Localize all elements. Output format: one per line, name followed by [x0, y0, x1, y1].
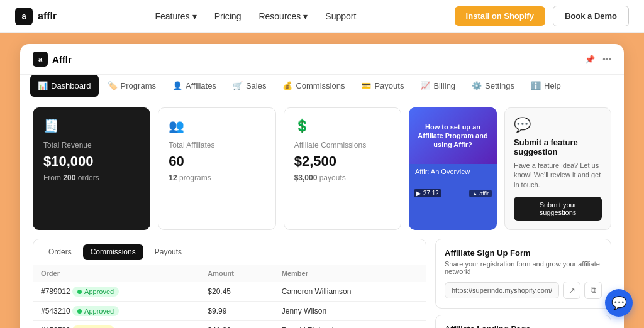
app-header-actions: 📌 ••• [585, 55, 611, 64]
affiliate-form-card: Affiliate Sign Up Form Share your regist… [435, 239, 611, 309]
affiliates-stat-icon: 👥 [169, 118, 265, 133]
app-logo: a Afflr [33, 52, 72, 67]
cell-member: Cameron Williamson [274, 282, 426, 302]
commissions-label: Affiliate Commissions [294, 141, 391, 150]
suggestion-button[interactable]: Submit your suggestions [514, 197, 602, 221]
app-window: a Afflr 📌 ••• 📊 Dashboard 🏷️ Programs 👤 … [20, 44, 624, 328]
nav-support[interactable]: Support [325, 11, 356, 21]
book-demo-button[interactable]: Book a Demo [553, 6, 629, 26]
pin-icon[interactable]: 📌 [585, 55, 595, 64]
nav-settings[interactable]: ⚙️ Settings [464, 75, 522, 97]
nav-commissions[interactable]: 💰 Commissions [275, 75, 352, 97]
tab-orders[interactable]: Orders [41, 244, 79, 260]
commissions-stat-icon: 💲 [294, 118, 391, 133]
affiliates-icon: 👤 [172, 81, 182, 90]
table-tabs: Orders Commissions Payouts [33, 239, 426, 265]
payouts-icon: 💳 [361, 81, 371, 90]
main-area: a Afflr 📌 ••• 📊 Dashboard 🏷️ Programs 👤 … [0, 33, 644, 328]
status-dot [77, 290, 82, 294]
commissions-icon: 💰 [282, 81, 292, 90]
nav-programs[interactable]: 🏷️ Programs [100, 75, 164, 97]
cell-amount: $9.99 [200, 302, 274, 321]
nav-help[interactable]: ℹ️ Help [523, 75, 569, 97]
nav-features[interactable]: Features ▾ [155, 11, 196, 21]
stat-card-commissions: 💲 Affiliate Commissions $2,500 $3,000 pa… [284, 107, 401, 230]
chevron-down-icon: ▾ [303, 11, 308, 21]
nav-dashboard[interactable]: 📊 Dashboard [30, 75, 99, 97]
stat-card-revenue: 🧾 Total Revenue $10,000 From 200 orders [33, 107, 150, 230]
nav-resources[interactable]: Resources ▾ [258, 11, 308, 21]
cell-amount: $20.45 [200, 282, 274, 302]
chat-bubble[interactable]: 💬 [605, 289, 633, 317]
revenue-label: Total Revenue [43, 141, 140, 150]
affiliate-landing-card: Affiliate Landing Page [435, 315, 611, 328]
commissions-sub: $3,000 payouts [294, 173, 391, 182]
suggestion-icon: 💬 [514, 117, 602, 133]
affiliate-form-desc: Share your registration form and grow yo… [445, 260, 602, 275]
external-link-button[interactable]: ↗ [563, 282, 580, 299]
stat-card-affiliates: 👥 Total Affiliates 60 12 programs [158, 107, 275, 230]
programs-icon: 🏷️ [108, 81, 118, 90]
nav-payouts[interactable]: 💳 Payouts [353, 75, 411, 97]
app-logo-icon: a [33, 52, 48, 67]
chat-icon: 💬 [611, 295, 627, 310]
affiliate-form-title: Affiliate Sign Up Form [445, 248, 602, 258]
cell-order: #789012 Approved [33, 282, 200, 302]
settings-icon: ⚙️ [472, 81, 482, 90]
nav-sales[interactable]: 🛒 Sales [225, 75, 274, 97]
more-icon[interactable]: ••• [602, 55, 611, 64]
suggestion-card: 💬 Submit a feature suggestion Have a fea… [504, 107, 611, 230]
app-nav: 📊 Dashboard 🏷️ Programs 👤 Affiliates 🛒 S… [20, 75, 624, 97]
table-row: #543210 Approved $9.99 Jenny Wilson [33, 302, 426, 321]
bottom-row: Orders Commissions Payouts Order Amount … [33, 239, 611, 328]
help-icon: ℹ️ [531, 81, 541, 90]
tab-commissions[interactable]: Commissions [83, 244, 143, 260]
col-order: Order [33, 265, 200, 282]
url-row: ↗ ⧉ [445, 282, 602, 299]
video-branding: ▲ afflr [469, 190, 492, 197]
copy-url-button[interactable]: ⧉ [584, 282, 602, 299]
cell-member: Jenny Wilson [274, 302, 426, 321]
video-thumbnail: How to set up an Affiliate Program and u… [409, 107, 497, 164]
suggestion-desc: Have a feature idea? Let us know! We'll … [514, 161, 602, 190]
install-shopify-button[interactable]: Install on Shopify [455, 6, 545, 26]
stats-row: 🧾 Total Revenue $10,000 From 200 orders … [33, 107, 611, 230]
app-title: Afflr [52, 54, 72, 65]
video-title: How to set up an Affiliate Program and u… [416, 123, 489, 150]
orders-table: Order Amount Member #789012 Approved $20… [33, 265, 426, 328]
right-panel: Affiliate Sign Up Form Share your regist… [435, 239, 611, 328]
top-nav-links: Features ▾ Pricing Resources ▾ Support [77, 11, 434, 21]
table-section: Orders Commissions Payouts Order Amount … [33, 239, 426, 328]
top-nav-logo[interactable]: a afflr [15, 8, 57, 25]
app-content: 🧾 Total Revenue $10,000 From 200 orders … [20, 97, 624, 328]
affiliate-url-input[interactable] [445, 282, 559, 298]
sales-icon: 🛒 [233, 81, 243, 90]
billing-icon: 📈 [420, 81, 430, 90]
revenue-value: $10,000 [43, 153, 140, 170]
affiliate-landing-title: Affiliate Landing Page [445, 324, 602, 328]
video-footer: Afflr: An Overview [409, 164, 497, 179]
cell-order: #456789 Pending [33, 321, 200, 328]
chevron-down-icon: ▾ [192, 11, 197, 21]
revenue-sub: From 200 orders [43, 173, 140, 182]
nav-billing[interactable]: 📈 Billing [413, 75, 463, 97]
logo-text: afflr [38, 11, 57, 22]
top-nav: a afflr Features ▾ Pricing Resources ▾ S… [0, 0, 644, 33]
affiliates-sub: 12 programs [169, 173, 265, 182]
dashboard-icon: 📊 [38, 81, 48, 90]
logo-icon: a [15, 8, 33, 25]
video-card[interactable]: How to set up an Affiliate Program and u… [409, 107, 497, 230]
video-duration: ▶ 27:12 [414, 189, 441, 197]
status-badge: Pending [72, 325, 114, 328]
status-badge: Approved [72, 306, 119, 316]
table-row: #456789 Pending $41.36 Ronald Richards [33, 321, 426, 328]
col-member: Member [274, 265, 426, 282]
cell-order: #543210 Approved [33, 302, 200, 321]
commissions-value: $2,500 [294, 153, 391, 170]
cell-member: Ronald Richards [274, 321, 426, 328]
nav-affiliates[interactable]: 👤 Affiliates [165, 75, 224, 97]
tab-payouts[interactable]: Payouts [147, 244, 189, 260]
nav-pricing[interactable]: Pricing [214, 11, 242, 21]
affiliates-label: Total Affiliates [169, 141, 265, 150]
col-amount: Amount [200, 265, 274, 282]
